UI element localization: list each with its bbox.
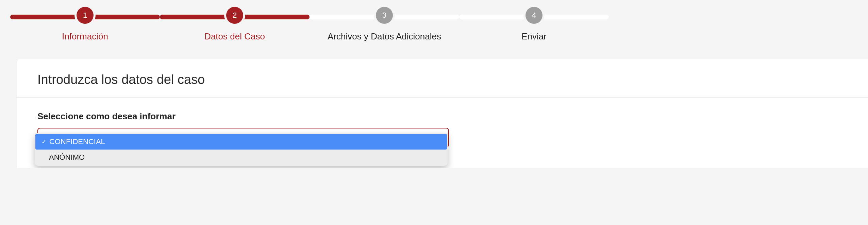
- step-circle-4: 4: [525, 7, 542, 24]
- step-number-1: 1: [83, 11, 87, 20]
- stepper: 1 Información 2 Datos del Caso 3 Archivo…: [0, 0, 868, 52]
- step-label-3: Archivos y Datos Adicionales: [328, 31, 441, 42]
- select-label: Seleccione como desea informar: [37, 111, 848, 122]
- step-circle-3: 3: [376, 7, 393, 24]
- step-label-2: Datos del Caso: [204, 31, 265, 42]
- step-number-3: 3: [382, 11, 386, 20]
- card-header: Introduzca los datos del caso: [17, 59, 868, 98]
- option-anonimo[interactable]: ANÓNIMO: [35, 150, 447, 165]
- form-section: Seleccione como desea informar ✓ CONFIDE…: [17, 98, 868, 148]
- select-container: ✓ CONFIDENCIAL ANÓNIMO: [37, 128, 449, 148]
- step-1[interactable]: 1 Información: [10, 7, 160, 42]
- dropdown-menu: ✓ CONFIDENCIAL ANÓNIMO: [35, 133, 448, 166]
- step-label-1: Información: [62, 31, 108, 42]
- form-card: Introduzca los datos del caso Seleccione…: [17, 59, 868, 168]
- option-label-0: CONFIDENCIAL: [49, 137, 105, 146]
- option-confidencial[interactable]: ✓ CONFIDENCIAL: [35, 134, 447, 150]
- step-3[interactable]: 3 Archivos y Datos Adicionales: [310, 7, 459, 42]
- step-number-4: 4: [532, 11, 536, 20]
- step-circle-1: 1: [77, 7, 94, 24]
- step-number-2: 2: [233, 11, 237, 20]
- option-label-1: ANÓNIMO: [49, 153, 85, 162]
- step-2[interactable]: 2 Datos del Caso: [160, 7, 310, 42]
- check-icon: ✓: [41, 138, 47, 145]
- page-title: Introduzca los datos del caso: [37, 72, 848, 87]
- step-4[interactable]: 4 Enviar: [459, 7, 609, 42]
- step-label-4: Enviar: [521, 31, 547, 42]
- step-circle-2: 2: [226, 7, 243, 24]
